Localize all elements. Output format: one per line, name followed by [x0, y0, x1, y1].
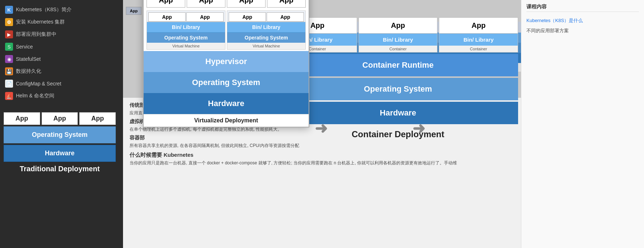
virt-hw-bar: Hardware [144, 93, 309, 114]
vm1-os: Operating System [147, 33, 225, 43]
install-icon: ⚙ [5, 18, 13, 26]
sidebar-label-k8s-intro: Kubernetes（K8S）简介 [16, 7, 72, 13]
vm2-os: Operating System [227, 33, 305, 43]
vm2-label: Virtual Machine [227, 43, 305, 49]
left-sidebar: K Kubernetes（K8S）简介 ⚙ 安装 Kubernetes 集群 ▶… [0, 0, 123, 248]
when-k8s-header: 什么时候需要 Kubernetes [130, 152, 514, 159]
vm2-app-1: App [229, 12, 266, 22]
vm2-bin: Bin/ Library [227, 22, 305, 33]
vm2-app-row: App App [227, 11, 305, 22]
vm1-label: Virtual Machine [147, 43, 225, 49]
config-icon: 📄 [5, 80, 13, 88]
virt-os-bar: Operating System [144, 72, 309, 93]
arrow-1: ➜ [315, 119, 327, 137]
trad-apps-row: App App App [4, 112, 116, 125]
sidebar-item-install[interactable]: ⚙ 安装 Kubernetes 集群 [0, 16, 123, 28]
right-sidebar: 课程内容 Kubernetes（K8S）是什么 不同的应用部署方案 [521, 0, 644, 248]
deploy-icon: ▶ [5, 30, 13, 38]
sidebar-label-helm: Helm & 命名空间 [16, 93, 54, 99]
stateful-icon: ◉ [5, 55, 13, 63]
cont3-bin: Bin/ Library [439, 34, 518, 46]
cont3-app: App [439, 18, 518, 34]
right-sidebar-title: 课程内容 [526, 4, 639, 12]
main-content: App App App Library Bin/ Library App App… [123, 0, 521, 248]
virt-deploy-label-text: Virtualized Deployment [194, 117, 258, 123]
container-col-2: App Bin/ Library Container [359, 17, 438, 52]
container-cols: App Bin/ Library Container App Bin/ Libr… [275, 14, 521, 54]
container-col-3: App Bin/ Library Container [439, 17, 518, 52]
trad-app-2: App [42, 112, 78, 125]
virt-app-1: App [147, 0, 185, 8]
cont-os: Operating System [278, 78, 518, 100]
service-icon: S [5, 43, 13, 51]
sidebar-label-service: Service [16, 44, 33, 50]
cont3-label: Container [439, 46, 518, 52]
sidebar-item-helm[interactable]: ⛵ Helm & 命名空间 [0, 90, 123, 102]
sidebar-item-statefulset[interactable]: ◉ StatefulSet [0, 53, 123, 65]
traditional-deploy-diagram: App App App Operating System Hardware Tr… [4, 112, 116, 173]
cont2-label: Container [359, 46, 437, 52]
virt-deploy-popup: App App App App App App Bin/ Library Ope… [143, 0, 309, 127]
trad-app-3: App [79, 112, 116, 125]
gray-background: App App App Library Bin/ Library App App… [123, 0, 521, 248]
virt-vm2: App App Bin/ Library Operating System Vi… [227, 10, 306, 50]
cont-deploy-label: Container Deployment [275, 126, 521, 143]
arrow-2: ➜ [412, 119, 425, 137]
virt-deploy-label: Virtualized Deployment [144, 114, 309, 127]
when-k8s-text: 什么时候需要 Kubernetes [130, 152, 194, 158]
trad-app-1: App [4, 112, 40, 125]
container-header-text: 容器部 [130, 135, 145, 140]
container-deploy-diagram: App Bin/ Library Container App Bin/ Libr… [275, 14, 521, 143]
vm1-bin: Bin/ Library [147, 22, 225, 33]
virt-app-3: App [227, 0, 266, 8]
hypervisor-bar: Hypervisor [144, 51, 309, 72]
sidebar-label-data: 数据持久化 [16, 68, 41, 75]
sidebar-item-k8s-intro[interactable]: K Kubernetes（K8S）简介 [0, 4, 123, 16]
right-sidebar-link-k8s-what[interactable]: Kubernetes（K8S）是什么 [526, 16, 639, 26]
helm-icon: ⛵ [5, 92, 13, 100]
vm1-app-1: App [148, 12, 186, 22]
trad-header-text: 传统部 [130, 102, 145, 108]
container-section-text: 所有容器共享主机的资源, 在各容器间隔离机制, 但彼此间独立, CPU/内存等资… [130, 142, 514, 149]
data-icon: 💾 [5, 67, 13, 75]
sidebar-item-data[interactable]: 💾 数据持久化 [0, 65, 123, 77]
virt-app-4: App [267, 0, 306, 8]
when-k8s-body: 当你的应用只是跑在一台机器, 直接一个 docker + docker-comp… [130, 160, 514, 166]
sidebar-item-service[interactable]: S Service [0, 41, 123, 53]
sidebar-item-deploy[interactable]: ▶ 部署应用到集群中 [0, 28, 123, 41]
cont2-app: App [359, 18, 437, 34]
virt-app-2: App [187, 0, 225, 8]
cont-hw: Hardware [278, 102, 518, 124]
vm1-app-row: App App [147, 11, 225, 22]
cont2-bin: Bin/ Library [359, 34, 437, 46]
sidebar-label-install: 安装 Kubernetes 集群 [16, 19, 65, 25]
cont-runtime: Container Runtime [278, 54, 518, 76]
vm-header-text: 虚拟机 [130, 118, 145, 124]
trad-os: Operating System [4, 126, 116, 143]
trad-hw: Hardware [4, 145, 116, 162]
k8s-icon: K [5, 6, 13, 14]
sidebar-item-configmap[interactable]: 📄 ConfigMap & Secret [0, 77, 123, 90]
sidebar-label-statefulset: StatefulSet [16, 56, 41, 62]
right-sidebar-item-deploy-plans: 不同的应用部署方案 [526, 26, 639, 36]
vm2-app-2: App [267, 12, 304, 22]
sidebar-label-deploy: 部署应用到集群中 [16, 31, 56, 38]
virt-top-apps: App App App App [144, 0, 309, 9]
sidebar-label-configmap: ConfigMap & Secret [16, 81, 61, 87]
virt-vm-groups: App App Bin/ Library Operating System Vi… [144, 9, 309, 51]
trad-deploy-label: Traditional Deployment [4, 165, 116, 173]
vm1-app-2: App [186, 12, 224, 22]
partial-app-1: App [126, 7, 141, 15]
virt-vm1: App App Bin/ Library Operating System Vi… [147, 10, 225, 50]
